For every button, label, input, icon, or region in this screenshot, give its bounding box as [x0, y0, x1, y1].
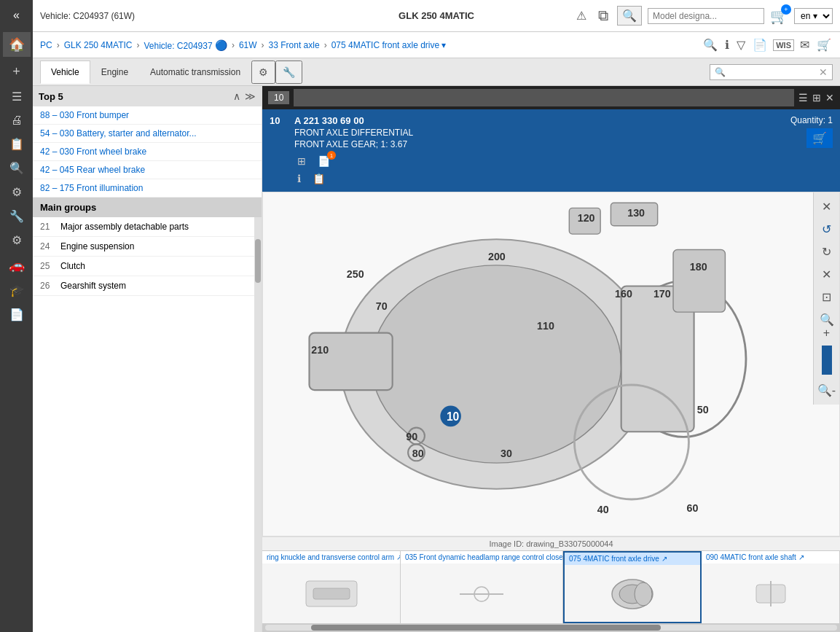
model-search-input[interactable] — [648, 8, 764, 24]
tab-icon-1[interactable]: ⚙ — [251, 61, 275, 84]
tab-auto-trans[interactable]: Automatic transmission — [139, 61, 251, 84]
tab-icon-2[interactable]: 🔧 — [275, 61, 302, 84]
search-nav-btn[interactable]: 🔍 — [7, 158, 27, 178]
diag-rotate-btn[interactable]: ↺ — [819, 219, 834, 239]
scrollbar-thumb[interactable] — [311, 625, 661, 631]
main-groups-header: Main groups — [33, 198, 262, 217]
group-item-25[interactable]: 25 Clutch — [33, 257, 254, 276]
breadcrumb-dropdown-btn[interactable]: 075 4MATIC front axle drive ▾ — [331, 40, 447, 50]
part-item-number: 10 — [270, 115, 287, 126]
main-groups-list: 21 Major assembly detachable parts 24 En… — [33, 217, 254, 632]
bottom-scrollbar[interactable] — [262, 623, 840, 632]
svg-text:120: 120 — [578, 212, 595, 224]
diag-close-btn[interactable]: ✕ — [819, 197, 834, 216]
sidebar-scrollbar[interactable] — [254, 217, 262, 632]
cart-btn[interactable]: 🛒+ — [770, 7, 788, 25]
tab-engine[interactable]: Engine — [90, 61, 139, 84]
breadcrumb-61w[interactable]: 61W — [239, 40, 257, 50]
copy-btn[interactable]: ⧉ — [595, 4, 611, 27]
svg-text:210: 210 — [311, 344, 329, 356]
thumb-item-0[interactable]: ring knuckle and transverse control arm … — [262, 551, 401, 623]
thumb-item-2[interactable]: 075 4MATIC front axle drive ↗ — [563, 551, 702, 623]
svg-text:160: 160 — [615, 288, 632, 300]
group-item-24[interactable]: 24 Engine suspension — [33, 237, 254, 257]
svg-text:10: 10 — [447, 410, 460, 423]
add-to-cart-btn[interactable]: 🛒 — [806, 128, 833, 148]
diag-crosshair-btn[interactable]: ✕ — [819, 265, 834, 284]
diag-zoomin-btn[interactable]: 🔍+ — [814, 310, 839, 343]
part-icon-info-btn[interactable]: ℹ — [294, 171, 304, 186]
group-item-26[interactable]: 26 Gearshift system — [33, 276, 254, 296]
grad-nav-btn[interactable]: 🎓 — [7, 281, 27, 300]
part-item-info: A 221 330 69 00 FRONT AXLE DIFFERENTIAL … — [294, 115, 783, 186]
bc-mail-btn[interactable]: ✉ — [798, 36, 811, 53]
bc-doc-btn[interactable]: 📄 — [751, 36, 769, 53]
part-icon-doc-btn[interactable]: 📄1 — [315, 154, 333, 168]
svg-rect-8 — [310, 333, 393, 391]
svg-text:250: 250 — [347, 268, 364, 280]
car-nav-btn[interactable]: 🚗 — [6, 254, 28, 276]
part-icon-grid-btn[interactable]: ⊞ — [294, 154, 309, 168]
tools-nav-btn[interactable]: 🔧 — [7, 206, 27, 226]
part-bar-list-icon[interactable]: ☰ — [798, 92, 808, 104]
tab-search-icon: 🔍 — [715, 67, 726, 77]
svg-text:130: 130 — [627, 207, 645, 219]
top-bar-right: ⚠ ⧉ 🔍 🛒+ en ▾ — [573, 4, 833, 27]
thumb-item-1[interactable]: 035 Front dynamic headlamp range control… — [401, 551, 563, 623]
bc-wis-btn[interactable]: WIS — [773, 39, 794, 51]
breadcrumb-front-axle[interactable]: 33 Front axle — [269, 40, 320, 50]
diag-refresh-btn[interactable]: ↻ — [819, 242, 834, 262]
thumb-item-3[interactable]: 090 4MATIC front axle shaft ↗ — [702, 551, 840, 623]
top5-item-5[interactable]: 82 – 175 Front illumination — [33, 179, 262, 198]
tab-search-clear-icon[interactable]: ✕ — [819, 66, 828, 78]
top5-item-2[interactable]: 54 – 030 Battery, starter and alternator… — [33, 125, 262, 143]
part-desc-1: FRONT AXLE DIFFERENTIAL — [294, 128, 783, 138]
bc-filter-btn[interactable]: ▽ — [735, 36, 747, 53]
part-article-num: A 221 330 69 00 — [294, 115, 783, 126]
list-nav-btn[interactable]: ☰ — [9, 87, 25, 106]
bc-cart-btn[interactable]: 🛒 — [815, 36, 833, 53]
diag-zoomout-btn[interactable]: 🔍- — [815, 381, 839, 400]
breadcrumb-glk[interactable]: GLK 250 4MATIC — [64, 40, 133, 50]
part-icon-file-btn[interactable]: 📋 — [310, 171, 328, 186]
collapse-nav-btn[interactable]: « — [10, 6, 23, 25]
print-nav-btn[interactable]: 🖨 — [8, 111, 25, 130]
scrollbar-track — [265, 625, 837, 631]
top5-item-3[interactable]: 42 – 030 Front wheel brake — [33, 143, 262, 161]
diagram-area: 120 130 250 200 180 70 160 170 110 210 1… — [262, 192, 840, 537]
clipboard-nav-btn[interactable]: 📋 — [7, 134, 27, 154]
breadcrumb-vehicle[interactable]: Vehicle: C204937 🔵 — [144, 39, 227, 51]
diagram-svg: 120 130 250 200 180 70 160 170 110 210 1… — [263, 192, 813, 536]
part-bar-grid-icon[interactable]: ⊞ — [812, 92, 821, 104]
lang-select[interactable]: en ▾ — [794, 8, 833, 24]
part-detail-bar: 10 ☰ ⊞ ✕ — [262, 86, 840, 109]
tab-vehicle[interactable]: Vehicle — [40, 61, 90, 84]
settings-nav-btn[interactable]: ⚙ — [9, 182, 25, 202]
group-item-21[interactable]: 21 Major assembly detachable parts — [33, 217, 254, 237]
home-nav-btn[interactable]: 🏠 — [3, 32, 31, 57]
bc-info-btn[interactable]: ℹ — [723, 36, 731, 53]
top-bar: Vehicle: C204937 (61W) GLK 250 4MATIC ⚠ … — [33, 0, 840, 32]
bc-zoom-btn[interactable]: 🔍 — [702, 36, 719, 53]
top5-collapse-btn[interactable]: ∧ — [233, 90, 240, 102]
top5-menu-btn[interactable]: ≫ — [245, 90, 256, 102]
breadcrumb-icons: 🔍 ℹ ▽ 📄 WIS ✉ 🛒 — [702, 36, 833, 53]
add-nav-btn[interactable]: + — [9, 61, 23, 82]
search-btn[interactable]: 🔍 — [617, 6, 642, 26]
tab-search-box: 🔍 ✕ — [710, 64, 833, 80]
doc-nav-btn[interactable]: 📄 — [7, 305, 27, 324]
top5-item-1[interactable]: 88 – 030 Front bumper — [33, 106, 262, 125]
warning-btn[interactable]: ⚠ — [573, 6, 589, 26]
top5-item-4[interactable]: 42 – 045 Rear wheel brake — [33, 161, 262, 179]
part-item-row: 10 A 221 330 69 00 FRONT AXLE DIFFERENTI… — [262, 109, 840, 192]
svg-text:50: 50 — [697, 404, 709, 416]
part-bar-close-icon[interactable]: ✕ — [825, 92, 834, 104]
tab-search-input[interactable] — [729, 67, 816, 77]
config-nav-btn[interactable]: ⚙ — [9, 230, 25, 250]
svg-text:80: 80 — [412, 448, 424, 459]
svg-text:110: 110 — [537, 320, 554, 332]
diag-layout-btn[interactable]: ⊡ — [819, 287, 834, 307]
part-title-bar — [294, 89, 794, 106]
breadcrumb-pc[interactable]: PC — [40, 40, 52, 50]
diagram-sidebar-icons: ✕ ↺ ↻ ✕ ⊡ 🔍+ 🔍- — [813, 192, 839, 405]
